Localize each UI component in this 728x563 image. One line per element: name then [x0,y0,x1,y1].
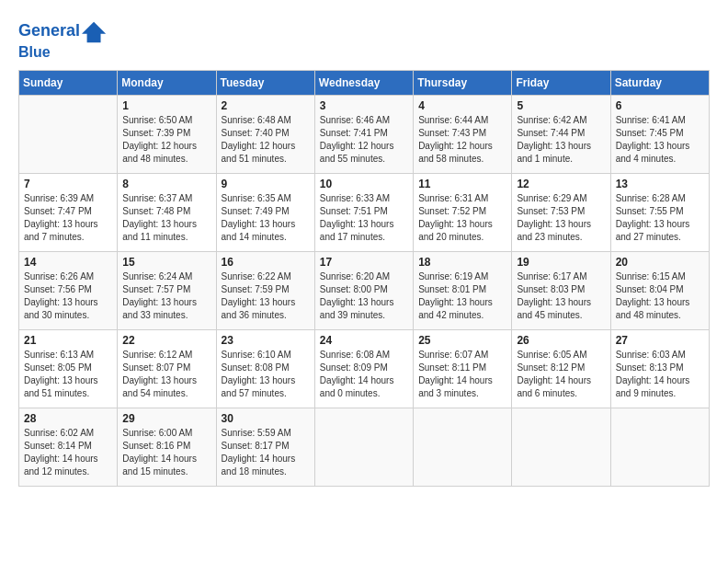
day-info: Sunrise: 6:03 AM Sunset: 8:13 PM Dayligh… [616,349,704,400]
calendar-cell: 17Sunrise: 6:20 AM Sunset: 8:00 PM Dayli… [314,251,413,329]
day-info: Sunrise: 6:02 AM Sunset: 8:14 PM Dayligh… [24,427,112,478]
calendar-cell [19,95,118,173]
day-info: Sunrise: 6:20 AM Sunset: 8:00 PM Dayligh… [320,270,408,322]
day-info: Sunrise: 6:48 AM Sunset: 7:40 PM Dayligh… [222,114,310,166]
svg-marker-0 [82,22,106,42]
calendar-cell: 16Sunrise: 6:22 AM Sunset: 7:59 PM Dayli… [216,251,314,329]
calendar-cell: 25Sunrise: 6:07 AM Sunset: 8:11 PM Dayli… [414,329,512,408]
calendar-cell: 29Sunrise: 6:00 AM Sunset: 8:16 PM Dayli… [118,408,216,486]
calendar-cell: 23Sunrise: 6:10 AM Sunset: 8:08 PM Dayli… [216,329,314,408]
calendar-cell: 5Sunrise: 6:42 AM Sunset: 7:44 PM Daylig… [512,95,610,173]
day-header-sunday: Sunday [19,70,118,95]
day-number: 10 [320,178,408,190]
logo-icon [82,18,108,44]
day-number: 5 [517,99,605,112]
calendar-cell: 9Sunrise: 6:35 AM Sunset: 7:49 PM Daylig… [216,173,314,251]
day-header-thursday: Thursday [414,70,512,95]
day-number: 23 [222,334,310,347]
day-number: 6 [616,99,704,112]
day-header-wednesday: Wednesday [314,70,413,95]
day-info: Sunrise: 6:46 AM Sunset: 7:41 PM Dayligh… [320,114,408,166]
day-info: Sunrise: 6:29 AM Sunset: 7:53 PM Dayligh… [517,192,605,244]
calendar-cell: 28Sunrise: 6:02 AM Sunset: 8:14 PM Dayli… [19,408,118,486]
day-info: Sunrise: 6:05 AM Sunset: 8:12 PM Dayligh… [517,349,605,400]
calendar-cell: 27Sunrise: 6:03 AM Sunset: 8:13 PM Dayli… [610,329,709,408]
calendar-cell: 1Sunrise: 6:50 AM Sunset: 7:39 PM Daylig… [118,95,216,173]
day-number: 20 [616,256,704,269]
calendar-cell: 15Sunrise: 6:24 AM Sunset: 7:57 PM Dayli… [118,251,216,329]
calendar-table: SundayMondayTuesdayWednesdayThursdayFrid… [18,70,710,487]
day-number: 19 [517,256,605,269]
calendar-cell: 7Sunrise: 6:39 AM Sunset: 7:47 PM Daylig… [19,173,118,251]
day-number: 16 [222,256,310,269]
week-row-1: 1Sunrise: 6:50 AM Sunset: 7:39 PM Daylig… [19,95,710,173]
calendar-header-row: SundayMondayTuesdayWednesdayThursdayFrid… [19,70,710,95]
day-header-friday: Friday [512,70,610,95]
day-info: Sunrise: 6:24 AM Sunset: 7:57 PM Dayligh… [122,270,210,322]
week-row-2: 7Sunrise: 6:39 AM Sunset: 7:47 PM Daylig… [19,173,710,251]
day-info: Sunrise: 6:12 AM Sunset: 8:07 PM Dayligh… [122,349,210,400]
calendar-body: 1Sunrise: 6:50 AM Sunset: 7:39 PM Daylig… [19,95,710,486]
day-number: 15 [122,256,210,269]
calendar-cell: 22Sunrise: 6:12 AM Sunset: 8:07 PM Dayli… [118,329,216,408]
day-info: Sunrise: 6:17 AM Sunset: 8:03 PM Dayligh… [517,270,605,322]
day-info: Sunrise: 6:10 AM Sunset: 8:08 PM Dayligh… [222,349,310,400]
day-number: 26 [517,334,605,347]
logo-text-blue: Blue [18,44,108,61]
day-number: 4 [418,99,506,112]
calendar-cell [414,408,512,486]
day-number: 28 [24,412,112,425]
calendar-cell: 10Sunrise: 6:33 AM Sunset: 7:51 PM Dayli… [314,173,413,251]
day-info: Sunrise: 6:31 AM Sunset: 7:52 PM Dayligh… [418,192,506,244]
week-row-4: 21Sunrise: 6:13 AM Sunset: 8:05 PM Dayli… [19,329,710,408]
calendar-cell: 2Sunrise: 6:48 AM Sunset: 7:40 PM Daylig… [216,95,314,173]
day-info: Sunrise: 6:33 AM Sunset: 7:51 PM Dayligh… [320,192,408,244]
calendar-cell: 6Sunrise: 6:41 AM Sunset: 7:45 PM Daylig… [610,95,709,173]
day-number: 1 [122,99,210,112]
day-info: Sunrise: 6:26 AM Sunset: 7:56 PM Dayligh… [24,270,112,322]
day-number: 2 [222,99,310,112]
day-number: 21 [24,334,112,347]
day-info: Sunrise: 6:39 AM Sunset: 7:47 PM Dayligh… [24,192,112,244]
day-info: Sunrise: 6:44 AM Sunset: 7:43 PM Dayligh… [418,114,506,166]
day-info: Sunrise: 6:41 AM Sunset: 7:45 PM Dayligh… [616,114,704,166]
day-info: Sunrise: 6:19 AM Sunset: 8:01 PM Dayligh… [418,270,506,322]
day-number: 30 [222,412,310,425]
page-header: General Blue [18,18,710,61]
calendar-cell: 20Sunrise: 6:15 AM Sunset: 8:04 PM Dayli… [610,251,709,329]
calendar-cell: 11Sunrise: 6:31 AM Sunset: 7:52 PM Dayli… [414,173,512,251]
day-number: 8 [122,178,210,190]
calendar-cell: 8Sunrise: 6:37 AM Sunset: 7:48 PM Daylig… [118,173,216,251]
day-info: Sunrise: 6:28 AM Sunset: 7:55 PM Dayligh… [616,192,704,244]
day-number: 27 [616,334,704,347]
calendar-cell: 4Sunrise: 6:44 AM Sunset: 7:43 PM Daylig… [414,95,512,173]
calendar-cell: 13Sunrise: 6:28 AM Sunset: 7:55 PM Dayli… [610,173,709,251]
day-info: Sunrise: 6:07 AM Sunset: 8:11 PM Dayligh… [418,349,506,400]
calendar-cell: 21Sunrise: 6:13 AM Sunset: 8:05 PM Dayli… [19,329,118,408]
day-number: 7 [24,178,112,190]
day-number: 29 [122,412,210,425]
calendar-cell: 26Sunrise: 6:05 AM Sunset: 8:12 PM Dayli… [512,329,610,408]
day-info: Sunrise: 6:08 AM Sunset: 8:09 PM Dayligh… [320,349,408,400]
day-info: Sunrise: 5:59 AM Sunset: 8:17 PM Dayligh… [222,427,310,478]
week-row-5: 28Sunrise: 6:02 AM Sunset: 8:14 PM Dayli… [19,408,710,486]
day-number: 14 [24,256,112,269]
day-number: 11 [418,178,506,190]
day-info: Sunrise: 6:00 AM Sunset: 8:16 PM Dayligh… [122,427,210,478]
day-info: Sunrise: 6:13 AM Sunset: 8:05 PM Dayligh… [24,349,112,400]
logo: General Blue [18,18,108,61]
day-number: 25 [418,334,506,347]
day-info: Sunrise: 6:37 AM Sunset: 7:48 PM Dayligh… [122,192,210,244]
day-header-tuesday: Tuesday [216,70,314,95]
day-number: 13 [616,178,704,190]
calendar-cell [314,408,413,486]
calendar-cell: 14Sunrise: 6:26 AM Sunset: 7:56 PM Dayli… [19,251,118,329]
logo-text: General [18,22,80,40]
day-info: Sunrise: 6:35 AM Sunset: 7:49 PM Dayligh… [222,192,310,244]
calendar-cell: 24Sunrise: 6:08 AM Sunset: 8:09 PM Dayli… [314,329,413,408]
calendar-cell: 30Sunrise: 5:59 AM Sunset: 8:17 PM Dayli… [216,408,314,486]
calendar-cell: 12Sunrise: 6:29 AM Sunset: 7:53 PM Dayli… [512,173,610,251]
calendar-cell [610,408,709,486]
day-number: 18 [418,256,506,269]
day-number: 12 [517,178,605,190]
